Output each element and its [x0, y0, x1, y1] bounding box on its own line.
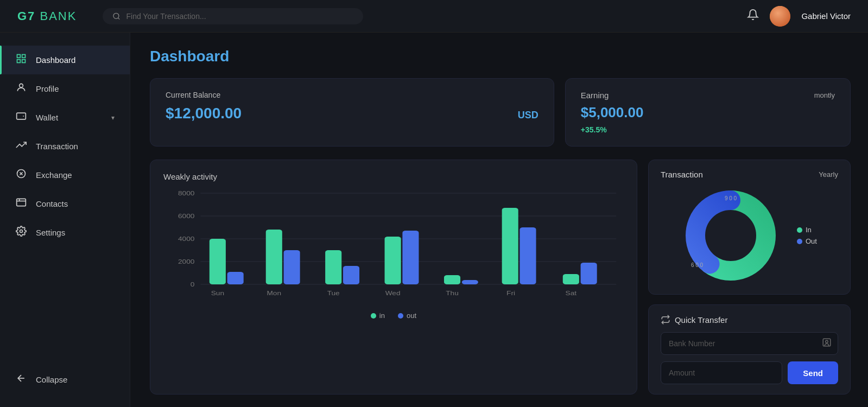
app-logo: G7 BANK: [17, 9, 77, 23]
sidebar: Dashboard Profile Wallet ▾: [0, 33, 130, 407]
bank-number-icon: [822, 338, 832, 349]
svg-text:0: 0: [191, 282, 195, 288]
legend-dot-out: [398, 313, 403, 319]
sidebar-label-contacts: Contacts: [36, 199, 68, 208]
donut-legend-out: Out: [797, 237, 817, 245]
earning-amount: $5,000.00: [581, 104, 835, 121]
sidebar-item-settings[interactable]: Settings: [0, 218, 130, 247]
sidebar-item-collapse[interactable]: Collapse: [0, 365, 130, 394]
sidebar-label-dashboard: Dashboard: [36, 55, 75, 65]
svg-rect-31: [402, 231, 419, 284]
earning-percentage: +35.5%: [581, 125, 835, 134]
search-bar[interactable]: [103, 8, 363, 24]
sidebar-item-dashboard[interactable]: Dashboard: [0, 46, 130, 74]
svg-rect-7: [17, 113, 26, 119]
settings-icon: [15, 226, 27, 239]
send-button[interactable]: Send: [788, 361, 838, 384]
svg-line-1: [118, 17, 120, 19]
legend-out-label: out: [407, 311, 416, 320]
svg-text:6000: 6000: [178, 213, 195, 220]
svg-rect-4: [17, 60, 21, 63]
svg-rect-5: [22, 60, 26, 63]
svg-point-12: [20, 230, 23, 233]
bar-legend: in out: [163, 311, 624, 320]
balance-amount: $12,000.00: [166, 105, 242, 122]
exchange-icon: [15, 168, 27, 182]
right-panel: Transaction Yearly: [648, 160, 851, 395]
body-wrap: Dashboard Profile Wallet ▾: [0, 33, 868, 407]
legend-in-label: in: [379, 311, 385, 320]
logo-g7: G7: [17, 9, 35, 23]
donut-chart-svg: 9 0 0 6 0 0: [682, 187, 780, 284]
profile-icon: [15, 82, 27, 96]
svg-text:6 0 0: 6 0 0: [691, 262, 704, 268]
sidebar-item-wallet[interactable]: Wallet ▾: [0, 103, 130, 132]
donut-dot-in: [797, 227, 802, 233]
avatar-image: [770, 6, 790, 27]
donut-chart-wrap: 9 0 0 6 0 0: [682, 187, 780, 284]
donut-dot-out: [797, 239, 802, 244]
sidebar-label-transaction: Transaction: [36, 142, 78, 151]
donut-legend-in-label: In: [806, 226, 812, 234]
sidebar-label-exchange: Exchange: [36, 170, 72, 180]
svg-rect-33: [462, 280, 478, 284]
quick-transfer-title: Quick Transfer: [661, 315, 838, 325]
svg-text:8000: 8000: [178, 190, 195, 197]
bar-chart-svg: 8000 6000 4000 2000 0: [163, 188, 624, 302]
svg-point-6: [20, 84, 23, 87]
bar-chart-wrap: 8000 6000 4000 2000 0: [163, 188, 624, 307]
svg-rect-9: [17, 199, 26, 206]
earning-card: Earning montly $5,000.00 +35.5%: [565, 78, 851, 147]
transaction-title: Transaction: [661, 170, 703, 179]
avatar[interactable]: [770, 6, 790, 27]
sidebar-label-settings: Settings: [36, 228, 65, 237]
svg-point-0: [113, 13, 119, 18]
svg-text:Thu: Thu: [446, 290, 459, 297]
svg-text:Fri: Fri: [506, 290, 515, 297]
user-name: Gabriel Victor: [801, 11, 851, 21]
amount-input[interactable]: [661, 361, 782, 384]
donut-legend-out-label: Out: [806, 237, 817, 245]
svg-rect-26: [266, 230, 282, 284]
notification-bell-icon[interactable]: [747, 9, 759, 23]
main-content: Dashboard Current Balance $12,000.00 USD…: [130, 33, 868, 407]
amount-row: Send: [661, 361, 838, 384]
weekly-activity-title: Weakly activity: [163, 172, 624, 181]
topnav: G7 BANK Gabriel Victor: [0, 0, 868, 33]
transaction-header: Transaction Yearly: [661, 170, 838, 179]
contacts-icon: [15, 197, 27, 211]
search-input[interactable]: [126, 12, 354, 21]
balance-currency: USD: [518, 110, 538, 121]
topnav-right: Gabriel Victor: [747, 6, 851, 27]
sidebar-item-exchange[interactable]: Exchange: [0, 161, 130, 189]
svg-rect-25: [227, 272, 244, 284]
svg-rect-29: [343, 266, 359, 284]
svg-rect-37: [581, 263, 597, 284]
legend-out: out: [398, 311, 416, 320]
sidebar-item-contacts[interactable]: Contacts: [0, 189, 130, 218]
wallet-icon: [15, 111, 27, 124]
svg-text:9 0 0: 9 0 0: [725, 195, 737, 201]
bank-number-input[interactable]: [661, 332, 838, 355]
top-cards: Current Balance $12,000.00 USD Earning m…: [150, 78, 851, 147]
svg-point-51: [826, 340, 828, 343]
sidebar-item-transaction[interactable]: Transaction: [0, 132, 130, 161]
quick-transfer-label: Quick Transfer: [675, 315, 728, 325]
svg-rect-35: [519, 227, 536, 284]
svg-rect-24: [210, 239, 226, 284]
svg-rect-27: [284, 250, 300, 284]
donut-legend-in: In: [797, 226, 817, 234]
svg-text:Tue: Tue: [327, 290, 340, 297]
svg-rect-32: [444, 275, 460, 284]
wallet-arrow-icon: ▾: [111, 114, 115, 122]
logo-bank: BANK: [40, 9, 77, 23]
sidebar-item-profile[interactable]: Profile: [0, 74, 130, 103]
transaction-card: Transaction Yearly: [648, 160, 851, 295]
svg-rect-30: [385, 237, 401, 284]
earning-label: Earning: [581, 91, 609, 100]
dashboard-icon: [15, 53, 27, 67]
svg-rect-3: [22, 55, 26, 58]
sidebar-label-wallet: Wallet: [36, 113, 58, 122]
transfer-icon: [661, 315, 670, 325]
svg-rect-36: [563, 274, 579, 284]
